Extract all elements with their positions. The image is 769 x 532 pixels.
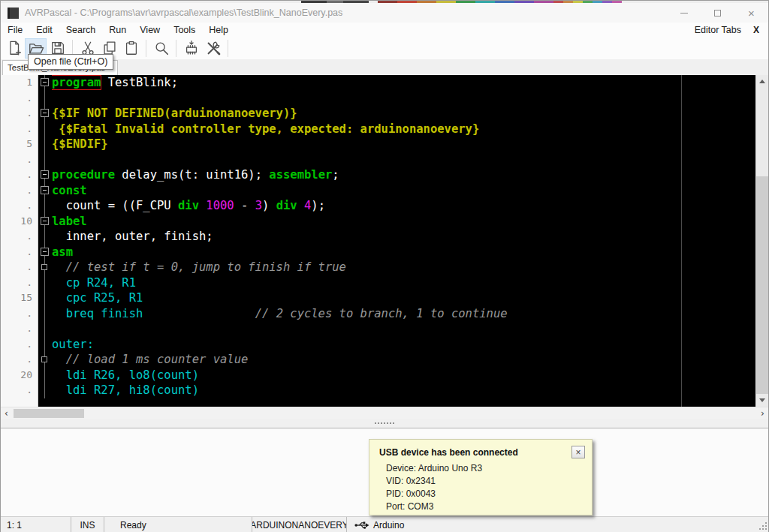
editor-tabs-label: Editor Tabs: [695, 25, 741, 35]
code-line[interactable]: outer:: [52, 337, 755, 353]
app-icon: [8, 8, 19, 19]
code-area[interactable]: program TestBlink;{$IF NOT DEFINED(ardui…: [52, 75, 755, 407]
tools-button[interactable]: [202, 38, 224, 59]
menu-item-edit[interactable]: Edit: [29, 24, 59, 36]
notification-close-button[interactable]: ×: [571, 446, 585, 458]
menu-item-search[interactable]: Search: [59, 24, 103, 36]
tabbar: TestBlink_NanoEvery.pas: [1, 59, 768, 75]
code-fold-gutter[interactable]: [38, 75, 52, 407]
code-line[interactable]: ldi R27, hi8(count): [52, 383, 755, 398]
statusbar-text: INS: [80, 520, 95, 530]
close-button[interactable]: ×: [734, 3, 768, 23]
fold-marker[interactable]: [38, 75, 52, 91]
minimize-button[interactable]: [667, 3, 701, 23]
fold-marker[interactable]: [38, 106, 52, 122]
menu-item-file[interactable]: File: [1, 24, 29, 36]
fold-marker[interactable]: [38, 214, 52, 230]
arrow-up-icon: [759, 80, 765, 83]
usb-icon: [354, 521, 369, 530]
code-line[interactable]: asm: [52, 245, 755, 260]
fold-marker[interactable]: [38, 183, 52, 199]
menu-item-view[interactable]: View: [133, 24, 167, 36]
horizontal-scrollbar[interactable]: ‹ ›: [1, 407, 768, 419]
line-number: .: [1, 183, 38, 199]
maximize-icon: [714, 10, 721, 17]
line-number: .: [1, 337, 38, 353]
fold-collapse-icon: [41, 264, 47, 270]
code-line[interactable]: count = ((F_CPU div 1000 - 3) div 4);: [52, 198, 755, 214]
line-number: .: [1, 306, 38, 322]
fold-marker: [38, 275, 52, 291]
code-line[interactable]: inner, outer, finish;: [52, 229, 755, 245]
toolbar-separator: [176, 40, 176, 57]
code-line[interactable]: [52, 91, 755, 107]
horizontal-scrollbar-thumb[interactable]: [14, 409, 84, 418]
scroll-down-button[interactable]: [756, 394, 768, 407]
statusbar-cell-3: ARDUINONANOEVERY: [252, 517, 347, 532]
line-number: .: [1, 245, 38, 260]
code-editor[interactable]: 1...5....10....15....20. program TestBli…: [1, 75, 768, 407]
minimize-icon: [680, 13, 688, 14]
fold-collapse-icon: [41, 356, 47, 362]
line-number: 5: [1, 137, 38, 152]
menu-item-help[interactable]: Help: [202, 24, 235, 36]
scroll-up-button[interactable]: [756, 75, 768, 88]
titlebar: AVRPascal - C:\Programs\avr\avrpascal\ex…: [1, 3, 768, 23]
code-line[interactable]: breq finish // 2 cycles to branch, 1 to …: [52, 306, 755, 322]
scroll-right-button[interactable]: ›: [757, 407, 768, 419]
scroll-left-button[interactable]: ‹: [1, 407, 12, 419]
line-number: 20: [1, 368, 38, 383]
resize-grip[interactable]: [758, 521, 767, 530]
code-line[interactable]: cpc R25, R1: [52, 290, 755, 306]
code-line[interactable]: program TestBlink;: [52, 75, 755, 91]
fold-marker: [38, 306, 52, 322]
code-line[interactable]: // load 1 ms counter value: [52, 352, 755, 368]
vertical-scrollbar-thumb[interactable]: [756, 88, 768, 176]
code-line[interactable]: // test if t = 0, jump to finish if true: [52, 260, 755, 275]
line-number: .: [1, 352, 38, 368]
code-line[interactable]: {$ENDIF}: [52, 137, 755, 152]
code-line[interactable]: {$Fatal Invalid controller type, expecte…: [52, 122, 755, 137]
vertical-scrollbar[interactable]: [755, 75, 768, 407]
maximize-button[interactable]: [701, 3, 734, 23]
fold-collapse-icon: [41, 109, 49, 117]
fold-collapse-icon: [41, 248, 49, 256]
fold-marker: [38, 337, 52, 353]
statusbar-cell-0: 1: 1: [1, 517, 71, 532]
close-icon: ×: [748, 8, 755, 19]
line-number: .: [1, 152, 38, 168]
fold-marker[interactable]: [38, 352, 52, 368]
fold-marker[interactable]: [38, 245, 52, 260]
program-button[interactable]: [180, 38, 202, 59]
statusbar-text: ARDUINONANOEVERY: [252, 520, 347, 530]
code-line[interactable]: label: [52, 214, 755, 230]
app-window: AVRPascal - C:\Programs\avr\avrpascal\ex…: [0, 0, 769, 532]
fold-marker[interactable]: [38, 167, 52, 183]
code-line[interactable]: const: [52, 183, 755, 199]
line-number: 15: [1, 290, 38, 306]
line-number: 10: [1, 214, 38, 230]
line-number: .: [1, 229, 38, 245]
code-line[interactable]: [52, 152, 755, 168]
paste-button[interactable]: [120, 38, 142, 59]
menu-item-tools[interactable]: Tools: [167, 24, 202, 36]
new-file-icon: [6, 40, 23, 56]
notification-body: Device: Arduino Uno R3VID: 0x2341PID: 0x…: [369, 458, 592, 513]
code-line[interactable]: procedure delay_ms(t: uint16); assembler…: [52, 167, 755, 183]
line-number: .: [1, 106, 38, 122]
line-number: .: [1, 122, 38, 137]
menu-item-run[interactable]: Run: [102, 24, 133, 36]
notification-line: PID: 0x0043: [386, 488, 592, 500]
fold-marker[interactable]: [38, 260, 52, 275]
panel-splitter[interactable]: [1, 419, 768, 428]
new-file-button[interactable]: [3, 38, 25, 59]
code-line[interactable]: [52, 321, 755, 337]
code-line[interactable]: ldi R26, lo8(count): [52, 368, 755, 383]
line-number: .: [1, 275, 38, 291]
line-number: .: [1, 383, 38, 398]
editor-tabs-close-button[interactable]: X: [753, 25, 759, 35]
code-line[interactable]: cp R24, R1: [52, 275, 755, 291]
fold-marker: [38, 383, 52, 398]
search-button[interactable]: [150, 38, 172, 59]
code-line[interactable]: {$IF NOT DEFINED(arduinonanoevery)}: [52, 106, 755, 122]
